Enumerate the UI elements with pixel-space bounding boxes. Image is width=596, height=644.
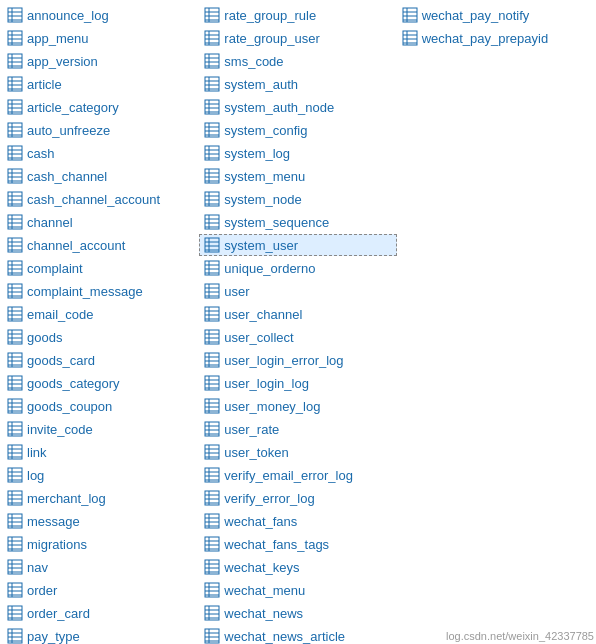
table-item-cash[interactable]: cash	[2, 142, 199, 164]
table-item-article[interactable]: article	[2, 73, 199, 95]
table-item-auto_unfreeze[interactable]: auto_unfreeze	[2, 119, 199, 141]
table-item-link[interactable]: link	[2, 441, 199, 463]
table-item-complaint[interactable]: complaint	[2, 257, 199, 279]
table-icon	[204, 237, 220, 253]
table-item-unique_orderno[interactable]: unique_orderno	[199, 257, 396, 279]
item-label: system_user	[224, 238, 298, 253]
table-item-user_rate[interactable]: user_rate	[199, 418, 396, 440]
table-item-system_node[interactable]: system_node	[199, 188, 396, 210]
table-icon	[204, 490, 220, 506]
table-icon	[204, 99, 220, 115]
item-label: user_money_log	[224, 399, 320, 414]
column-1: rate_group_rule rate_group_user sms_code…	[199, 4, 396, 644]
item-label: wechat_news_article	[224, 629, 345, 644]
table-item-wechat_menu[interactable]: wechat_menu	[199, 579, 396, 601]
table-item-system_user[interactable]: system_user	[199, 234, 396, 256]
table-item-verify_error_log[interactable]: verify_error_log	[199, 487, 396, 509]
table-icon	[204, 145, 220, 161]
item-label: migrations	[27, 537, 87, 552]
table-icon	[7, 421, 23, 437]
item-label: nav	[27, 560, 48, 575]
table-item-wechat_keys[interactable]: wechat_keys	[199, 556, 396, 578]
item-label: rate_group_rule	[224, 8, 316, 23]
table-item-order_card[interactable]: order_card	[2, 602, 199, 624]
table-item-system_config[interactable]: system_config	[199, 119, 396, 141]
item-label: order	[27, 583, 57, 598]
table-item-invite_code[interactable]: invite_code	[2, 418, 199, 440]
item-label: wechat_fans	[224, 514, 297, 529]
table-icon	[7, 375, 23, 391]
table-item-email_code[interactable]: email_code	[2, 303, 199, 325]
main-container: announce_log app_menu app_version articl…	[0, 0, 596, 644]
table-item-wechat_news[interactable]: wechat_news	[199, 602, 396, 624]
table-item-system_auth_node[interactable]: system_auth_node	[199, 96, 396, 118]
table-icon	[204, 260, 220, 276]
table-item-wechat_fans_tags[interactable]: wechat_fans_tags	[199, 533, 396, 555]
table-icon	[204, 467, 220, 483]
table-item-channel_account[interactable]: channel_account	[2, 234, 199, 256]
table-item-pay_type[interactable]: pay_type	[2, 625, 199, 644]
table-item-announce_log[interactable]: announce_log	[2, 4, 199, 26]
item-label: message	[27, 514, 80, 529]
table-item-app_menu[interactable]: app_menu	[2, 27, 199, 49]
table-item-wechat_pay_prepayid[interactable]: wechat_pay_prepayid	[397, 27, 594, 49]
table-icon	[204, 168, 220, 184]
table-icon	[204, 444, 220, 460]
item-label: goods	[27, 330, 62, 345]
table-item-goods_category[interactable]: goods_category	[2, 372, 199, 394]
table-icon	[7, 536, 23, 552]
table-item-merchant_log[interactable]: merchant_log	[2, 487, 199, 509]
table-item-wechat_news_article[interactable]: wechat_news_article	[199, 625, 396, 644]
table-item-log[interactable]: log	[2, 464, 199, 486]
table-item-user_token[interactable]: user_token	[199, 441, 396, 463]
table-item-user_login_error_log[interactable]: user_login_error_log	[199, 349, 396, 371]
table-icon	[7, 628, 23, 644]
table-item-wechat_fans[interactable]: wechat_fans	[199, 510, 396, 532]
table-icon	[7, 7, 23, 23]
table-item-user_login_log[interactable]: user_login_log	[199, 372, 396, 394]
table-item-user_money_log[interactable]: user_money_log	[199, 395, 396, 417]
table-item-complaint_message[interactable]: complaint_message	[2, 280, 199, 302]
table-icon	[204, 605, 220, 621]
item-label: link	[27, 445, 47, 460]
item-label: user_token	[224, 445, 288, 460]
table-icon	[204, 398, 220, 414]
table-item-goods[interactable]: goods	[2, 326, 199, 348]
table-item-system_auth[interactable]: system_auth	[199, 73, 396, 95]
table-item-message[interactable]: message	[2, 510, 199, 532]
table-item-wechat_pay_notify[interactable]: wechat_pay_notify	[397, 4, 594, 26]
column-2: wechat_pay_notify wechat_pay_prepayid	[397, 4, 594, 644]
table-icon	[7, 237, 23, 253]
item-label: user_channel	[224, 307, 302, 322]
table-icon	[7, 444, 23, 460]
table-item-app_version[interactable]: app_version	[2, 50, 199, 72]
table-item-article_category[interactable]: article_category	[2, 96, 199, 118]
table-item-system_menu[interactable]: system_menu	[199, 165, 396, 187]
table-item-user[interactable]: user	[199, 280, 396, 302]
table-item-goods_coupon[interactable]: goods_coupon	[2, 395, 199, 417]
table-item-channel[interactable]: channel	[2, 211, 199, 233]
table-icon	[7, 53, 23, 69]
table-item-cash_channel_account[interactable]: cash_channel_account	[2, 188, 199, 210]
table-item-user_collect[interactable]: user_collect	[199, 326, 396, 348]
table-item-user_channel[interactable]: user_channel	[199, 303, 396, 325]
table-icon	[204, 76, 220, 92]
table-icon	[7, 76, 23, 92]
table-item-verify_email_error_log[interactable]: verify_email_error_log	[199, 464, 396, 486]
table-item-rate_group_rule[interactable]: rate_group_rule	[199, 4, 396, 26]
table-item-rate_group_user[interactable]: rate_group_user	[199, 27, 396, 49]
table-item-goods_card[interactable]: goods_card	[2, 349, 199, 371]
table-item-system_log[interactable]: system_log	[199, 142, 396, 164]
table-icon	[7, 513, 23, 529]
item-label: system_sequence	[224, 215, 329, 230]
table-icon	[7, 191, 23, 207]
table-item-nav[interactable]: nav	[2, 556, 199, 578]
table-item-migrations[interactable]: migrations	[2, 533, 199, 555]
table-icon	[204, 536, 220, 552]
table-item-system_sequence[interactable]: system_sequence	[199, 211, 396, 233]
table-item-order[interactable]: order	[2, 579, 199, 601]
table-icon	[204, 329, 220, 345]
item-label: goods_coupon	[27, 399, 112, 414]
table-item-cash_channel[interactable]: cash_channel	[2, 165, 199, 187]
table-item-sms_code[interactable]: sms_code	[199, 50, 396, 72]
